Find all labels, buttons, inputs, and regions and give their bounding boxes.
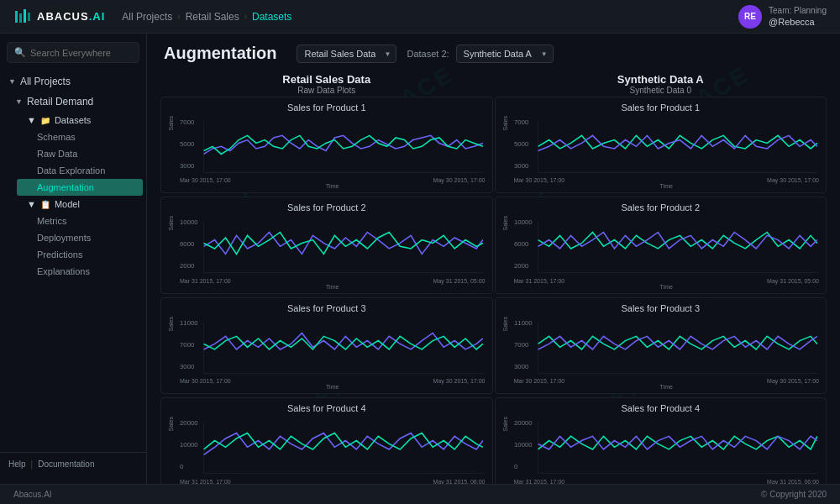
x-end-2-left: May 31 2015, 05:00 bbox=[433, 278, 486, 284]
breadcrumb-sep1: › bbox=[177, 12, 180, 21]
svg-rect-2 bbox=[24, 9, 26, 23]
breadcrumb-all-projects[interactable]: All Projects bbox=[122, 11, 172, 23]
chart-wrap-2-left: 10000 6000 2000 Mar 31 2015, 17:00 bbox=[180, 216, 486, 289]
sidebar-item-data-exploration[interactable]: Data Exploration bbox=[13, 162, 146, 179]
retail-demand-label: Retail Demand bbox=[27, 96, 93, 108]
svg-text:3000: 3000 bbox=[180, 363, 195, 370]
folder-icon: 📁 bbox=[40, 116, 50, 125]
x-start-2-left: Mar 31 2015, 17:00 bbox=[180, 278, 231, 284]
left-column-header: Retail Sales Data Raw Data Plots bbox=[160, 70, 493, 97]
breadcrumb-datasets[interactable]: Datasets bbox=[252, 11, 291, 23]
x-start-4-left: Mar 31 2015, 17:00 bbox=[180, 479, 231, 484]
svg-text:3000: 3000 bbox=[514, 363, 529, 370]
svg-rect-1 bbox=[19, 13, 22, 23]
chart-svg-3-left: 11000 7000 3000 bbox=[180, 317, 486, 376]
y-axis-3-right: Sales bbox=[502, 317, 512, 332]
avatar: RE bbox=[738, 5, 762, 29]
dataset2-select[interactable]: Synthetic Data A bbox=[456, 45, 554, 63]
search-input[interactable] bbox=[30, 48, 132, 58]
chart-title-1-left: Sales for Product 1 bbox=[168, 102, 486, 113]
x-end-2-right: May 31 2015, 05:00 bbox=[767, 278, 819, 284]
bottom-bar: Abacus.AI © Copyright 2020 bbox=[0, 484, 840, 504]
footer-docs-link[interactable]: Documentation bbox=[38, 459, 94, 469]
x-end-1-right: May 30 2015, 17:00 bbox=[767, 177, 819, 183]
content-header: Augmentation Retail Sales Data Dataset 2… bbox=[147, 34, 840, 70]
chart-column-left: Retail Sales Data Raw Data Plots Sales f… bbox=[160, 70, 493, 484]
sidebar-model-header[interactable]: ▼ 📋 Model bbox=[13, 196, 146, 213]
svg-text:7000: 7000 bbox=[180, 118, 195, 126]
chart-card-2-right: Sales for Product 2 Sales 10000 6000 200… bbox=[495, 197, 827, 293]
sidebar-item-raw-data[interactable]: Raw Data bbox=[13, 145, 146, 162]
chart-svg-1-left: 7000 5000 3000 bbox=[180, 116, 486, 176]
x-start-2-right: Mar 31 2015, 17:00 bbox=[514, 278, 565, 284]
chevron-down-icon-2: ▼ bbox=[15, 97, 23, 106]
sidebar-item-augmentation[interactable]: Augmentation bbox=[17, 179, 143, 196]
footer-help-link[interactable]: Help bbox=[8, 459, 26, 469]
sidebar-retail-demand: ▼ Retail Demand ▼ 📁 Datasets Schemas Raw… bbox=[7, 92, 146, 280]
x-start-4-right: Mar 31 2015, 17:00 bbox=[514, 479, 565, 484]
search-box[interactable]: 🔍 bbox=[7, 42, 139, 63]
top-header: ABACUS.AI All Projects › Retail Sales › … bbox=[0, 0, 840, 34]
y-axis-2-right: Sales bbox=[502, 216, 512, 231]
bottom-right-text: © Copyright 2020 bbox=[761, 490, 827, 499]
svg-text:5000: 5000 bbox=[514, 140, 529, 148]
right-column-title: Synthetic Data A bbox=[495, 73, 827, 86]
sidebar-retail-demand-header[interactable]: ▼ Retail Demand bbox=[7, 92, 146, 112]
svg-text:7000: 7000 bbox=[180, 341, 195, 349]
svg-text:10000: 10000 bbox=[514, 442, 533, 449]
sidebar-datasets-section: ▼ 📁 Datasets Schemas Raw Data Data Explo… bbox=[13, 112, 146, 196]
chart-svg-1-right: 7000 5000 3000 bbox=[514, 116, 820, 176]
sidebar-item-schemas[interactable]: Schemas bbox=[13, 129, 146, 145]
chart-card-2-left: Sales for Product 2 Sales 10000 6000 200… bbox=[160, 197, 493, 293]
main-layout: 🔍 ▼ All Projects ▼ Retail Demand ▼ 📁 Dat… bbox=[0, 34, 840, 484]
sidebar-item-explanations[interactable]: Explanations bbox=[13, 263, 146, 280]
sidebar-footer: Help | Documentation bbox=[0, 452, 146, 475]
x-title-2-left: Time bbox=[180, 284, 486, 290]
dataset2-label: Dataset 2: bbox=[407, 49, 449, 59]
chart-card-3-left: Sales for Product 3 Sales 11000 7000 300… bbox=[160, 297, 493, 394]
right-column-subtitle: Synthetic Data 0 bbox=[495, 86, 827, 95]
x-end-3-left: May 30 2015, 17:00 bbox=[433, 378, 486, 384]
chart-wrap-3-left: 11000 7000 3000 Mar 30 2015, 17:00 bbox=[180, 317, 486, 390]
x-title-3-left: Time bbox=[180, 384, 486, 390]
y-axis-4-left: Sales bbox=[168, 417, 178, 432]
breadcrumb-sep2: › bbox=[244, 12, 247, 21]
sidebar-item-deployments[interactable]: Deployments bbox=[13, 229, 146, 246]
dataset1-group: Retail Sales Data bbox=[297, 45, 396, 63]
chart-column-right: Synthetic Data A Synthetic Data 0 Sales … bbox=[495, 70, 827, 484]
breadcrumb-retail-sales[interactable]: Retail Sales bbox=[186, 11, 239, 23]
chart-wrap-4-right: 20000 10000 0 Mar 31 2015, 17:00 bbox=[514, 417, 820, 484]
svg-text:20000: 20000 bbox=[180, 420, 198, 428]
chart-card-3-right: Sales for Product 3 Sales 11000 7000 300… bbox=[495, 297, 827, 394]
sidebar-datasets-header[interactable]: ▼ 📁 Datasets bbox=[13, 112, 146, 129]
x-title-2-right: Time bbox=[514, 284, 820, 290]
chevron-down-icon: ▼ bbox=[8, 77, 16, 86]
sidebar-item-predictions[interactable]: Predictions bbox=[13, 246, 146, 263]
y-axis-1-left: Sales bbox=[168, 116, 178, 131]
y-axis-3-left: Sales bbox=[168, 317, 178, 332]
svg-text:0: 0 bbox=[180, 463, 184, 470]
dataset1-select[interactable]: Retail Sales Data bbox=[297, 45, 396, 63]
svg-text:10000: 10000 bbox=[180, 219, 198, 227]
sidebar: 🔍 ▼ All Projects ▼ Retail Demand ▼ 📁 Dat… bbox=[0, 34, 147, 484]
bottom-left-text: Abacus.AI bbox=[13, 490, 52, 499]
svg-text:2000: 2000 bbox=[514, 263, 529, 270]
chart-title-2-left: Sales for Product 2 bbox=[168, 202, 486, 213]
chart-svg-3-right: 11000 7000 3000 bbox=[514, 317, 820, 376]
logo: ABACUS.AI bbox=[13, 8, 105, 26]
chart-wrap-3-right: 11000 7000 3000 Mar 30 2015, 17:00 bbox=[514, 317, 820, 390]
logo-icon bbox=[13, 8, 32, 26]
logo-text: ABACUS.AI bbox=[37, 10, 105, 23]
x-start-1-right: Mar 30 2015, 17:00 bbox=[514, 177, 565, 183]
breadcrumb: All Projects › Retail Sales › Datasets bbox=[122, 11, 738, 23]
svg-text:3000: 3000 bbox=[180, 162, 195, 170]
dataset2-dropdown-wrapper: Synthetic Data A bbox=[456, 45, 554, 63]
chart-title-4-right: Sales for Product 4 bbox=[502, 403, 820, 413]
chart-card-4-right: Sales for Product 4 Sales 20000 10000 0 bbox=[495, 397, 827, 484]
svg-text:7000: 7000 bbox=[514, 341, 529, 349]
model-label: Model bbox=[55, 199, 80, 209]
sidebar-all-projects[interactable]: ▼ All Projects bbox=[0, 71, 146, 92]
chart-card-1-right: Sales for Product 1 Sales 7000 5000 3000 bbox=[495, 97, 827, 193]
chevron-down-icon-4: ▼ bbox=[27, 199, 36, 209]
sidebar-item-metrics[interactable]: Metrics bbox=[13, 213, 146, 229]
